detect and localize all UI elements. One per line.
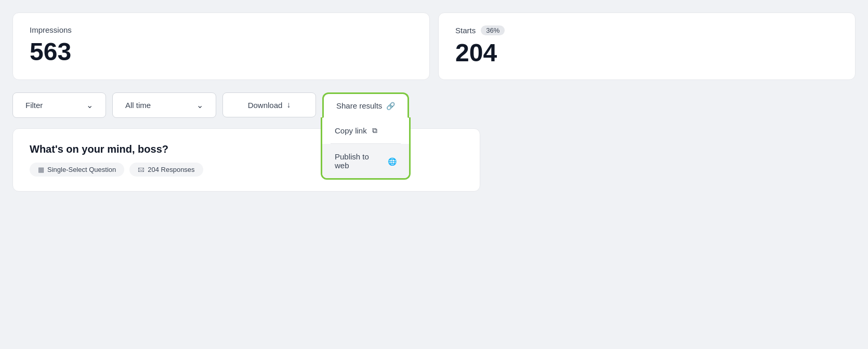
- copy-icon: [372, 126, 377, 135]
- grid-icon: [38, 166, 44, 173]
- download-icon: [286, 100, 291, 110]
- impressions-value: 563: [30, 38, 413, 66]
- starts-label: Starts 36%: [455, 25, 838, 35]
- publish-to-web-button[interactable]: Publish to web: [322, 144, 409, 178]
- globe-icon: [388, 157, 397, 166]
- chevron-down-icon: [86, 100, 93, 110]
- starts-card: Starts 36% 204: [438, 12, 856, 80]
- responses-tag: 204 Responses: [129, 163, 203, 177]
- impressions-label-text: Impressions: [30, 25, 72, 34]
- inbox-icon: [138, 166, 144, 173]
- impressions-label: Impressions: [30, 25, 413, 34]
- alltime-button[interactable]: All time: [112, 92, 216, 118]
- share-results-button[interactable]: Share results: [322, 92, 409, 118]
- link-icon: [386, 101, 395, 110]
- filter-label: Filter: [25, 101, 43, 110]
- chevron-down-icon: [196, 100, 203, 110]
- share-results-label: Share results: [336, 101, 382, 110]
- impressions-card: Impressions 563: [12, 12, 430, 80]
- share-dropdown-wrapper: Share results Copy link Publish to web: [322, 92, 409, 117]
- responses-label: 204 Responses: [148, 166, 194, 173]
- starts-badge: 36%: [481, 25, 505, 35]
- share-dropdown-menu: Copy link Publish to web: [321, 117, 411, 180]
- starts-value: 204: [455, 39, 838, 67]
- starts-label-text: Starts: [455, 26, 476, 35]
- download-label: Download: [248, 101, 283, 110]
- alltime-label: All time: [125, 101, 151, 110]
- filter-button[interactable]: Filter: [12, 92, 106, 118]
- download-button[interactable]: Download: [222, 92, 316, 117]
- question-type-tag: Single-Select Question: [30, 163, 124, 177]
- copy-link-label: Copy link: [335, 126, 367, 135]
- copy-link-button[interactable]: Copy link: [322, 117, 409, 143]
- controls-row: Filter All time Download Share results C…: [12, 92, 856, 118]
- stats-row: Impressions 563 Starts 36% 204: [12, 12, 856, 80]
- question-type-label: Single-Select Question: [47, 166, 116, 173]
- publish-to-web-label: Publish to web: [335, 152, 383, 170]
